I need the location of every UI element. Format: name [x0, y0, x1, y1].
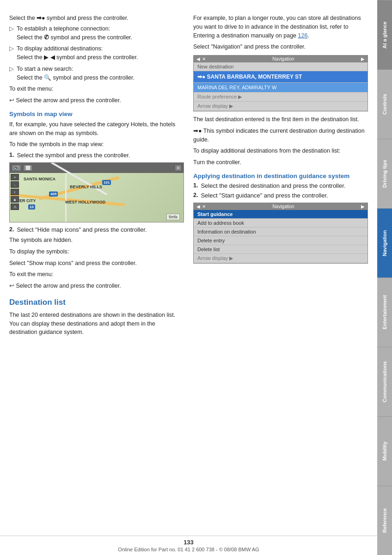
sidebar-item-entertainment[interactable]: Entertainment [377, 278, 392, 347]
map-icon-zoom-out[interactable]: - [11, 181, 19, 188]
two-column-layout: Select the ➡● symbol and press the contr… [9, 14, 368, 339]
apply-step-2-text: Select "Start guidance" and press the co… [201, 192, 328, 199]
sidebar-item-communications[interactable]: Communications [377, 347, 392, 416]
map-icon-warn[interactable]: ⚠ [11, 204, 19, 210]
select-navigation-text: Select "Navigation" and press the contro… [193, 43, 368, 51]
highway-badge-10: 10 [28, 204, 35, 210]
map-toolbar: 🔊 ⬜ ≡ [10, 163, 184, 173]
nav-item-delete-entry: Delete entry [194, 236, 368, 245]
current-dest-symbol-text: ➡● This symbol indicates the current des… [193, 127, 368, 144]
bullet-arrow-icon-3: ▷ [9, 65, 14, 72]
bullet-new-search: ▷ To start a new search:Select the 🔍 sym… [9, 65, 184, 82]
nav-header-1: ◀ ✕ Navigation ▶ [194, 56, 368, 62]
map-toolbar-menu: ≡ [175, 165, 182, 171]
map-left-icons: + - i ▲ ⚠ [11, 174, 19, 210]
left-column: Select the ➡● symbol and press the contr… [9, 14, 184, 339]
map-toolbar-map: ⬜ [23, 165, 33, 171]
nav-item-santa-barbara: ➡● SANTA BARBARA, MONTERREY ST [194, 71, 368, 83]
nav-item-new-dest: New destination [194, 62, 368, 71]
nav-item-marina: MARINA DEL REY, ADMIRALTY W [194, 83, 368, 92]
step-1-text: Select the symbol and press the controll… [17, 152, 130, 159]
destination-list-heading: Destination list [9, 298, 184, 307]
intro-text: Select the ➡● symbol and press the contr… [9, 14, 184, 23]
symbols-in-map-heading: Symbols in map view [9, 111, 184, 117]
bullet-display-text: To display additional destinations:Selec… [17, 44, 138, 62]
nav-item-arrow-display-2: Arrow display ▶ [194, 254, 368, 263]
step-1-number: 1. [9, 152, 14, 158]
display-symbols-text: To display the symbols: [9, 247, 184, 256]
sidebar-item-driving-tips[interactable]: Driving tips [377, 139, 392, 208]
step-2-text: Select "Hide map icons" and press the co… [17, 226, 147, 233]
apply-step-2-num: 2. [193, 192, 198, 198]
apply-step-1-text: Select the desired destination and press… [201, 182, 345, 189]
nav-item-route-pref: Route preference ▶ [194, 92, 368, 102]
exit2-sub-text: ↩ Select the arrow and press the control… [9, 282, 184, 290]
highway-badge-405: 405 [49, 191, 58, 197]
map-icon-nav[interactable]: ▲ [11, 196, 19, 203]
nav-item-delete-list: Delete list [194, 245, 368, 254]
map-toolbar-sound: 🔊 [12, 165, 21, 171]
show-map-icons-text: Select "Show map icons" and press the co… [9, 259, 184, 268]
hide-symbols-text: To hide the symbols in the map view: [9, 140, 184, 149]
map-icon-info[interactable]: i [11, 189, 19, 195]
apply-step-1-num: 1. [193, 182, 198, 189]
bullet-telephone-text: To establish a telephone connection:Sele… [17, 25, 132, 42]
dest-list-first-item-text: The last destination entered is the firs… [193, 115, 368, 124]
highway-badge-101: 101 [102, 180, 111, 185]
map-road-vert [65, 173, 67, 222]
page-number: 133 [0, 539, 377, 546]
nav-menu-screenshot-1: ◀ ✕ Navigation ▶ New destination ➡● SANT… [193, 55, 368, 111]
page-link[interactable]: 126 [298, 32, 308, 39]
symbols-description: If, for example, you have selected the c… [9, 120, 184, 138]
destination-list-section: Destination list The last 20 entered des… [9, 298, 184, 337]
apply-step-1: 1. Select the desired destination and pr… [193, 182, 368, 189]
display-additional-text: To display additional destinations from … [193, 147, 368, 155]
nav-menu-screenshot-2: ◀ ✕ Navigation ▶ Start guidance Add to a… [193, 203, 368, 264]
map-label-west-hollywood: WEST HOLLYWOOD [65, 200, 105, 204]
sidebar-item-navigation[interactable]: Navigation [377, 208, 392, 278]
bullet-search-text: To start a new search:Select the 🔍 symbo… [17, 65, 135, 82]
right-intro-text: For example, to plan a longer route, you… [193, 14, 368, 40]
nav-item-arrow-display: Arrow display ▶ [194, 102, 368, 111]
map-label-santa-monica: SANTA MONICA [24, 177, 55, 181]
map-label-ver-city: VER CITY [17, 198, 36, 203]
main-content: Select the ➡● symbol and press the contr… [0, 0, 377, 555]
symbols-hidden-text: The symbols are hidden. [9, 236, 184, 245]
applying-destination-heading: Applying destination in destination guid… [193, 173, 368, 179]
map-scale: 5mls [166, 214, 180, 220]
apply-step-2: 2. Select "Start guidance" and press the… [193, 192, 368, 199]
step-1-select-symbol: 1. Select the symbol and press the contr… [9, 152, 184, 159]
right-column: For example, to plan a longer route, you… [193, 14, 368, 339]
bullet-display-destinations: ▷ To display additional destinations:Sel… [9, 44, 184, 62]
sidebar-item-reference[interactable]: Reference [377, 486, 392, 555]
bullet-arrow-icon: ▷ [9, 25, 14, 32]
map-body: SANTA MONICA BEVERLY HILLS VER CITY WEST… [10, 173, 184, 222]
destination-list-text: The last 20 entered destinations are sho… [9, 311, 184, 337]
step-2-hide-icons: 2. Select "Hide map icons" and press the… [9, 226, 184, 233]
exit-menu-text: To exit the menu: [9, 85, 184, 93]
nav-item-info-dest: Information on destination [194, 228, 368, 236]
map-icon-zoom-in[interactable]: + [11, 174, 19, 180]
nav-item-add-address: Add to address book [194, 219, 368, 228]
map-screenshot: 🔊 ⬜ ≡ SANTA MONICA BEVERLY HILLS VER CIT… [9, 162, 184, 222]
exit-menu-sub: ↩ Select the arrow and press the control… [9, 96, 184, 105]
sidebar-item-controls[interactable]: Controls [377, 69, 392, 139]
sidebar-item-mobility[interactable]: Mobility [377, 416, 392, 486]
nav-header-2: ◀ ✕ Navigation ▶ [194, 203, 368, 210]
bullet-list: ▷ To establish a telephone connection:Se… [9, 25, 184, 82]
map-label-beverly-hills: BEVERLY HILLS [70, 185, 102, 189]
footer-text: Online Edition for Part no. 01 41 2 600 … [0, 547, 377, 552]
nav-item-start-guidance: Start guidance [194, 210, 368, 219]
bottom-bar: 133 Online Edition for Part no. 01 41 2 … [0, 536, 377, 555]
sidebar-item-at-a-glance[interactable]: At a glance [377, 0, 392, 69]
bullet-arrow-icon-2: ▷ [9, 45, 14, 52]
side-tab-bar: At a glance Controls Driving tips Naviga… [377, 0, 392, 555]
turn-controller-text: Turn the controller. [193, 158, 368, 167]
exit2-text: To exit the menu: [9, 270, 184, 279]
bullet-telephone: ▷ To establish a telephone connection:Se… [9, 25, 184, 42]
step-2-number: 2. [9, 226, 14, 233]
